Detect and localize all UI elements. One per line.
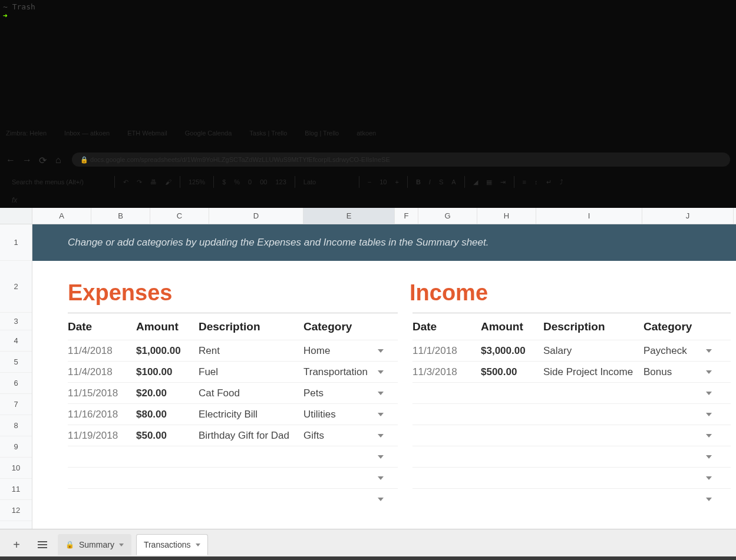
chevron-down-icon[interactable] xyxy=(378,349,384,353)
row-header[interactable]: 9 xyxy=(0,436,32,458)
font-size[interactable]: 10 xyxy=(379,178,387,185)
search-menus[interactable]: Search the menus (Alt+/) xyxy=(12,178,106,185)
cell-description[interactable]: Salary xyxy=(543,345,643,357)
print-icon[interactable]: 🖶 xyxy=(150,178,157,185)
fill-color-icon[interactable]: ◢ xyxy=(473,178,478,186)
table-row[interactable]: 11/15/2018$20.00Cat FoodPets xyxy=(68,382,398,403)
row-header[interactable]: 5 xyxy=(0,352,32,373)
cell-date[interactable]: 11/19/2018 xyxy=(68,430,136,442)
table-row[interactable] xyxy=(412,425,731,446)
chevron-down-icon[interactable] xyxy=(378,392,384,395)
chevron-down-icon[interactable] xyxy=(119,544,124,546)
cell-category[interactable]: Bonus xyxy=(643,366,720,378)
undo-icon[interactable]: ↶ xyxy=(123,178,128,186)
valign-icon[interactable]: ↕ xyxy=(534,178,538,185)
chevron-down-icon[interactable] xyxy=(378,476,384,480)
number-format[interactable]: 123 xyxy=(275,178,286,185)
table-row[interactable]: 11/3/2018$500.00Side Project IncomeBonus xyxy=(412,361,731,382)
col-header[interactable]: F xyxy=(395,208,418,224)
cell-date[interactable]: 11/16/2018 xyxy=(68,409,136,420)
cell-category[interactable]: Paycheck xyxy=(643,345,720,357)
table-row[interactable] xyxy=(412,446,731,467)
cell-amount[interactable]: $20.00 xyxy=(136,387,199,399)
strike-icon[interactable]: S xyxy=(439,178,443,185)
cell-date[interactable]: 11/15/2018 xyxy=(68,387,136,399)
cell-amount[interactable]: $100.00 xyxy=(136,366,199,378)
back-icon[interactable]: ← xyxy=(6,155,15,164)
row-header[interactable]: 11 xyxy=(0,479,32,500)
merge-icon[interactable]: ⇥ xyxy=(500,178,506,186)
chevron-down-icon[interactable] xyxy=(706,455,712,459)
select-all-corner[interactable] xyxy=(0,208,32,224)
browser-tab[interactable]: Tasks | Trello xyxy=(249,130,287,147)
font-size-increase[interactable]: + xyxy=(395,178,398,185)
table-row[interactable]: 11/1/2018$3,000.00SalaryPaycheck xyxy=(412,340,731,361)
chevron-down-icon[interactable] xyxy=(706,392,712,395)
forward-icon[interactable]: → xyxy=(22,155,32,164)
chevron-down-icon[interactable] xyxy=(706,349,712,353)
col-header[interactable]: B xyxy=(91,208,150,224)
table-row[interactable]: 11/16/2018$80.00Electricity BillUtilitie… xyxy=(68,403,398,425)
row-header[interactable]: 12 xyxy=(0,500,32,521)
halign-icon[interactable]: ≡ xyxy=(523,178,526,185)
chevron-down-icon[interactable] xyxy=(706,476,712,480)
chevron-down-icon[interactable] xyxy=(706,434,712,438)
table-row[interactable]: 11/4/2018$1,000.00RentHome xyxy=(68,340,398,361)
cell-date[interactable]: 11/3/2018 xyxy=(412,366,481,378)
cell-amount[interactable]: $50.00 xyxy=(136,430,199,442)
table-row[interactable] xyxy=(68,488,398,509)
col-header[interactable]: C xyxy=(150,208,209,224)
paint-format-icon[interactable]: 🖌 xyxy=(165,178,171,185)
add-sheet-button[interactable]: + xyxy=(6,534,27,555)
reload-icon[interactable]: ⟳ xyxy=(39,155,48,164)
percent-icon[interactable]: % xyxy=(234,178,240,185)
cell-amount[interactable]: $3,000.00 xyxy=(481,345,543,357)
table-row[interactable]: 11/19/2018$50.00Birthday Gift for DadGif… xyxy=(68,425,398,446)
table-row[interactable] xyxy=(412,382,731,403)
row-header[interactable]: 2 xyxy=(0,261,32,313)
table-row[interactable] xyxy=(412,403,731,425)
terminal-prompt[interactable]: ➜ xyxy=(3,11,35,20)
cell-description[interactable]: Birthday Gift for Dad xyxy=(199,430,303,442)
col-header[interactable]: D xyxy=(209,208,303,224)
row-header[interactable]: 8 xyxy=(0,415,32,436)
cell-date[interactable]: 11/4/2018 xyxy=(68,366,136,378)
table-row[interactable] xyxy=(68,467,398,488)
chevron-down-icon[interactable] xyxy=(196,544,200,546)
home-icon[interactable]: ⌂ xyxy=(55,155,65,164)
browser-tab[interactable]: Google Calenda xyxy=(185,130,232,147)
borders-icon[interactable]: ▦ xyxy=(486,178,492,186)
chevron-down-icon[interactable] xyxy=(378,413,384,416)
table-row[interactable] xyxy=(412,488,731,509)
cell-category[interactable]: Pets xyxy=(303,387,392,399)
text-color-icon[interactable]: A xyxy=(451,178,456,185)
redo-icon[interactable]: ↷ xyxy=(137,178,142,186)
tab-summary[interactable]: 🔒 Summary xyxy=(58,534,131,555)
table-row[interactable] xyxy=(412,467,731,488)
cell-category[interactable]: Home xyxy=(303,345,392,357)
col-header[interactable]: A xyxy=(32,208,91,224)
col-header[interactable]: I xyxy=(536,208,642,224)
browser-tab[interactable]: ETH Webmail xyxy=(127,130,167,147)
chevron-down-icon[interactable] xyxy=(378,434,384,438)
row-header[interactable]: 1 xyxy=(0,224,32,261)
chevron-down-icon[interactable] xyxy=(378,370,384,374)
cell-date[interactable]: 11/1/2018 xyxy=(412,345,481,357)
table-row[interactable] xyxy=(68,446,398,467)
chevron-down-icon[interactable] xyxy=(706,413,712,416)
col-header[interactable]: E xyxy=(303,208,395,224)
col-header[interactable]: J xyxy=(642,208,734,224)
cell-category[interactable]: Utilities xyxy=(303,409,392,420)
wrap-icon[interactable]: ↵ xyxy=(546,178,552,186)
currency-icon[interactable]: $ xyxy=(222,178,226,185)
cell-description[interactable]: Rent xyxy=(199,345,303,357)
row-header[interactable]: 4 xyxy=(0,330,32,352)
italic-icon[interactable]: I xyxy=(429,178,431,185)
browser-tab[interactable]: Blog | Trello xyxy=(305,130,339,147)
cell-description[interactable]: Cat Food xyxy=(199,387,303,399)
cell-date[interactable]: 11/4/2018 xyxy=(68,345,136,357)
chevron-down-icon[interactable] xyxy=(378,498,384,501)
decrease-decimal-icon[interactable]: 0 xyxy=(248,178,252,185)
table-row[interactable]: 11/4/2018$100.00FuelTransportation xyxy=(68,361,398,382)
row-header[interactable]: 6 xyxy=(0,373,32,394)
